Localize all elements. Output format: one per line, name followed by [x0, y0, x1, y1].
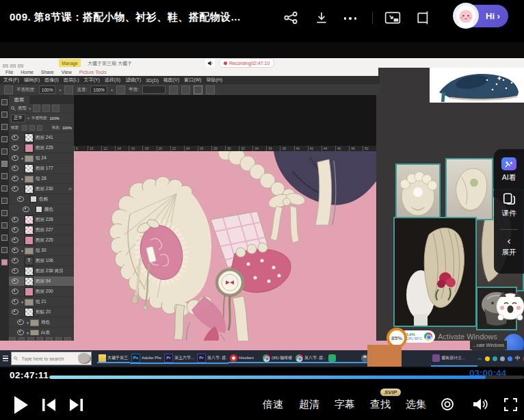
layer-visibility-eye-icon[interactable] [17, 330, 24, 335]
layer-row[interactable]: 图层 225 [9, 143, 74, 153]
layer-name[interactable]: 图层 225 [36, 145, 53, 151]
ps-menu-item[interactable]: 图像(I) [44, 77, 59, 83]
layer-row[interactable]: 图层 106 [9, 256, 74, 266]
layer-row[interactable]: 图层 94 [9, 276, 74, 287]
dock-side-button[interactable] [415, 10, 434, 26]
crop-tool-icon[interactable] [1, 136, 8, 142]
layer-visibility-eye-icon[interactable] [12, 145, 18, 150]
explorer-tab[interactable]: Home [21, 70, 34, 75]
progress-bar[interactable] [49, 376, 524, 379]
taskbar-app[interactable]: Ps Adobe Phot... [130, 354, 163, 364]
layer-row[interactable]: 组 30 [9, 246, 74, 256]
layer-row[interactable]: 图层 225 [9, 235, 74, 246]
brush-angle-icon[interactable] [181, 86, 190, 94]
reference-photo-bonnet-front[interactable] [395, 163, 441, 223]
sidebar-item-courseware[interactable]: 课件 [502, 192, 516, 218]
layer-row[interactable]: 图层 241 [9, 133, 74, 143]
layer-visibility-eye-icon[interactable] [12, 299, 18, 304]
layer-visibility-eye-icon[interactable] [12, 166, 18, 171]
layer-visibility-eye-icon[interactable] [12, 186, 18, 192]
taskbar-app[interactable]: 大毽子第三... [97, 354, 130, 363]
layer-thumbnail[interactable] [25, 299, 34, 306]
pen-tool-icon[interactable] [1, 198, 8, 204]
layer-thumbnail[interactable] [25, 236, 34, 245]
taskbar-app[interactable]: Pr 第八节: 搭... [196, 354, 228, 364]
share-button[interactable] [282, 10, 300, 26]
loop-mode-button[interactable] [440, 397, 455, 412]
taskbar-app[interactable]: Pr 第五六节... [163, 354, 196, 364]
layer-row[interactable]: 白底 [9, 328, 74, 335]
layer-row[interactable]: 剪贴 20 [9, 307, 74, 317]
pip-button[interactable] [383, 10, 402, 26]
taskbar-app[interactable]: Hisoben [228, 354, 261, 363]
taskbar-app-tray[interactable]: 服装设计立... [431, 350, 477, 367]
layer-row[interactable]: 图层 200 [9, 287, 74, 297]
assistant-avatar[interactable] [452, 2, 480, 32]
layer-visibility-eye-icon[interactable] [12, 155, 18, 161]
layer-name[interactable]: 图层 106 [36, 258, 53, 264]
fill-tool-icon[interactable] [1, 185, 8, 192]
filter-type-icon[interactable] [52, 105, 60, 112]
tray-icon[interactable] [493, 356, 497, 361]
layers-panel-tab[interactable]: 图层 [9, 96, 29, 104]
more-button[interactable] [341, 15, 360, 22]
layer-name[interactable]: 图层 238 拷贝 [36, 268, 63, 274]
ps-menu-item[interactable]: 文字(Y) [83, 77, 99, 83]
tray-icon[interactable] [500, 356, 505, 361]
layer-visibility-eye-icon[interactable] [12, 227, 18, 233]
layer-row[interactable]: 组 28 [9, 174, 74, 184]
filter-adjust-icon[interactable] [42, 105, 50, 112]
layer-row[interactable]: 色相 [9, 194, 74, 205]
taskbar-app[interactable] [327, 354, 360, 363]
layer-name[interactable]: 组 28 [36, 176, 47, 182]
group-arrow-icon[interactable] [20, 248, 25, 253]
smooth-value[interactable] [142, 86, 166, 94]
explorer-manage-tab[interactable]: Manage [59, 59, 81, 67]
layer-thumbnail[interactable] [25, 248, 34, 254]
layer-name[interactable]: 填色 [41, 319, 50, 326]
layer-name[interactable]: 图层 230 [36, 186, 53, 192]
pressure-opacity-icon[interactable] [64, 86, 73, 94]
layer-name[interactable]: 图层 227 [36, 227, 53, 233]
tray-expand-icon[interactable]: ︿ [477, 355, 482, 362]
volume-button[interactable] [472, 396, 488, 412]
download-button[interactable] [313, 10, 330, 26]
layer-name[interactable]: 组 21 [36, 299, 47, 305]
flow-value[interactable]: 100% [90, 86, 107, 94]
shape-tool-icon[interactable] [1, 222, 8, 228]
speed-button[interactable]: 倍速 [263, 398, 283, 411]
lasso-tool-icon[interactable] [1, 124, 8, 130]
layer-thumbnail[interactable] [30, 330, 39, 335]
airbrush-icon[interactable] [116, 86, 125, 94]
ps-menu-item[interactable]: 窗口(W) [184, 77, 201, 83]
ps-menu-item[interactable]: 滤镜(T) [125, 77, 141, 83]
group-arrow-icon[interactable] [25, 320, 30, 325]
layer-thumbnail[interactable] [25, 185, 34, 194]
find-button[interactable]: 查找 [370, 398, 391, 411]
group-arrow-icon[interactable] [20, 156, 25, 161]
filter-pixel-icon[interactable] [33, 105, 40, 112]
blend-mode-select[interactable]: 正常 [11, 114, 25, 122]
quality-button[interactable]: 超清 [299, 398, 319, 411]
lock-pixels-icon[interactable] [22, 125, 27, 131]
opacity-value[interactable]: 100% [39, 86, 56, 94]
layer-thumbnail[interactable] [25, 215, 34, 224]
layer-thumbnail[interactable] [25, 226, 34, 235]
ps-menu-item[interactable]: 3D(D) [146, 78, 159, 83]
filter-caret-icon[interactable]: ▾ [29, 106, 31, 111]
episodes-button[interactable]: 选集 [406, 398, 426, 411]
layer-thumbnail[interactable] [25, 257, 34, 265]
next-episode-button[interactable] [68, 398, 83, 412]
ps-menu-item[interactable]: 选择(S) [105, 77, 120, 83]
explorer-tab[interactable]: File [5, 70, 13, 75]
explorer-tab[interactable]: Share [41, 70, 54, 75]
layer-row[interactable]: 组 24 [9, 153, 74, 163]
previous-episode-button[interactable] [41, 398, 56, 412]
explorer-tab[interactable]: View [62, 70, 72, 75]
ps-menu-item[interactable]: 编辑(E) [24, 77, 40, 83]
layer-row[interactable]: 图层 226 [9, 215, 74, 225]
eraser-tool-icon[interactable] [1, 173, 8, 179]
group-arrow-icon[interactable] [20, 300, 25, 304]
ps-menu-item[interactable]: 视图(V) [163, 77, 179, 83]
layer-visibility-eye-icon[interactable] [12, 268, 18, 274]
